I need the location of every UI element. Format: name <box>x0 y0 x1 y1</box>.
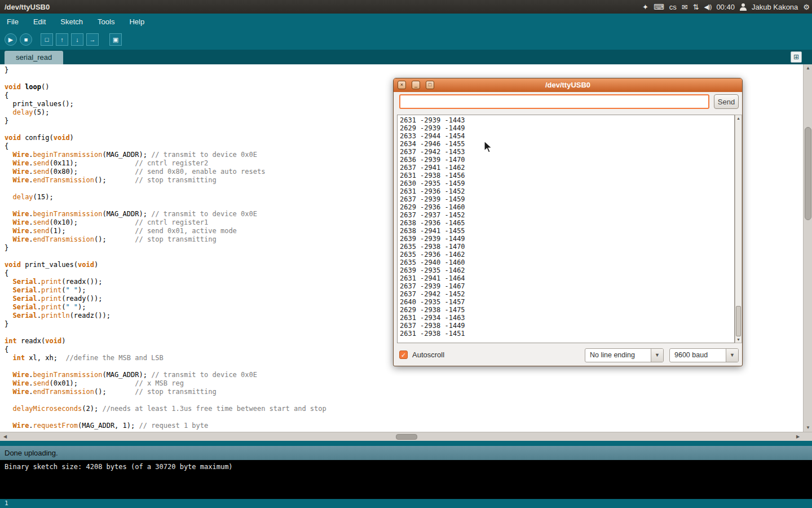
serial-line: 2637 -2941 -1462 <box>400 164 734 172</box>
new-sketch-button[interactable]: □ <box>41 33 53 46</box>
code-line: } <box>5 66 803 75</box>
serial-line: 2637 -2942 -1453 <box>400 148 734 156</box>
keyboard-icon[interactable]: ⌨ <box>654 3 664 11</box>
line-number-indicator: 1 <box>0 499 812 508</box>
desktop: /dev/ttyUSB0 ✦ ⌨ cs ✉ ⇅ ◀)) 00:40 Jakub … <box>0 0 812 508</box>
verify-button[interactable]: ▶ <box>5 33 17 46</box>
code-line: Wire.endTransmission(); // stop transmit… <box>5 388 803 396</box>
volume-icon[interactable]: ◀)) <box>704 3 712 11</box>
serial-scrollbar[interactable]: ▲ ▼ <box>735 115 742 343</box>
serial-scroll-up-icon[interactable]: ▲ <box>735 115 742 121</box>
scroll-down-arrow-icon[interactable]: ▼ <box>804 424 812 432</box>
horizontal-scroll-thumb[interactable] <box>396 434 417 440</box>
serial-scroll-thumb[interactable] <box>736 306 741 336</box>
serial-line: 2631 -2934 -1463 <box>400 314 734 322</box>
keyboard-layout-indicator[interactable]: cs <box>669 3 677 11</box>
serial-line: 2633 -2944 -1454 <box>400 132 734 140</box>
menu-sketch[interactable]: Sketch <box>60 17 83 26</box>
serial-line: 2631 -2938 -1451 <box>400 330 734 338</box>
network-icon[interactable]: ⇅ <box>693 3 699 11</box>
stop-button[interactable]: ■ <box>20 33 32 46</box>
serial-monitor-footer: ✓ Autoscroll No line ending ▼ 9600 baud … <box>394 348 743 365</box>
code-line: Wire.send(0x01); // x MSB reg <box>5 379 803 388</box>
serial-monitor-window: /dev/ttyUSB0 × _ □ Send 2631 -2939 -1443… <box>393 78 743 366</box>
gear-icon[interactable]: ⚙ <box>803 3 810 11</box>
editor-horizontal-scrollbar[interactable]: ◀ ▶ <box>0 432 812 441</box>
serial-line: 2638 -2936 -1465 <box>400 219 734 227</box>
console-output: Binary sketch size: 4208 bytes (of a 307… <box>0 460 812 499</box>
code-line <box>5 413 803 422</box>
serial-line: 2629 -2938 -1475 <box>400 306 734 314</box>
serial-line: 2631 -2936 -1452 <box>400 187 734 195</box>
serial-line: 2637 -2937 -1452 <box>400 211 734 219</box>
save-button[interactable]: ↓ <box>71 33 83 46</box>
serial-line: 2639 -2939 -1449 <box>400 235 734 243</box>
serial-line: 2640 -2935 -1457 <box>400 298 734 306</box>
window-controls: × _ □ <box>398 81 434 89</box>
serial-line: 2629 -2936 -1460 <box>400 203 734 211</box>
serial-send-input[interactable] <box>399 94 709 109</box>
vertical-scroll-thumb[interactable] <box>805 127 811 220</box>
serial-line: 2634 -2946 -1455 <box>400 140 734 148</box>
serial-line: 2631 -2939 -1443 <box>400 116 734 124</box>
serial-monitor-titlebar[interactable]: /dev/ttyUSB0 <box>394 78 742 92</box>
menu-file[interactable]: File <box>7 17 19 26</box>
tab-serial-read[interactable]: serial_read <box>5 51 63 64</box>
serial-line: 2637 -2939 -1459 <box>400 195 734 203</box>
serial-line: 2636 -2939 -1470 <box>400 156 734 164</box>
user-name[interactable]: Jakub Kakona <box>752 3 798 11</box>
code-line: Wire.beginTransmission(MAG_ADDR); // tra… <box>5 371 803 379</box>
user-icon <box>740 3 747 11</box>
system-tray: ✦ ⌨ cs ✉ ⇅ ◀)) 00:40 Jakub Kakona ⚙ <box>642 0 810 14</box>
serial-line: 2631 -2938 -1456 <box>400 172 734 179</box>
upload-button[interactable]: → <box>86 33 99 46</box>
maximize-icon[interactable]: □ <box>426 81 434 89</box>
menu-help[interactable]: Help <box>129 17 144 26</box>
serial-line: 2638 -2941 -1455 <box>400 227 734 235</box>
code-line: delayMicroseconds(2); //needs at least 1… <box>5 405 803 413</box>
serial-line: 2639 -2935 -1462 <box>400 266 734 274</box>
menu-tools[interactable]: Tools <box>98 17 114 26</box>
editor-vertical-scrollbar[interactable]: ▲ ▼ <box>803 64 812 432</box>
open-button[interactable]: ↑ <box>56 33 68 46</box>
serial-line: 2635 -2940 -1460 <box>400 259 734 266</box>
serial-scroll-down-icon[interactable]: ▼ <box>735 336 742 343</box>
minimize-icon[interactable]: _ <box>412 81 420 89</box>
system-panel: /dev/ttyUSB0 ✦ ⌨ cs ✉ ⇅ ◀)) 00:40 Jakub … <box>0 0 812 14</box>
serial-line: 2630 -2935 -1459 <box>400 179 734 187</box>
status-bar: Done uploading. <box>0 446 812 460</box>
scroll-right-arrow-icon[interactable]: ▶ <box>794 432 802 441</box>
window-gap <box>0 441 812 446</box>
close-icon[interactable]: × <box>398 81 406 89</box>
menubar: File Edit Sketch Tools Help <box>0 14 812 29</box>
serial-line: 2637 -2939 -1467 <box>400 282 734 290</box>
code-line: Wire.requestFrom(MAG_ADDR, 1); // reques… <box>5 422 803 430</box>
serial-line: 2631 -2941 -1464 <box>400 274 734 282</box>
serial-line: 2637 -2942 -1452 <box>400 290 734 298</box>
code-line <box>5 396 803 405</box>
serial-line: 2635 -2936 -1462 <box>400 251 734 259</box>
baud-rate-dropdown[interactable]: 9600 baud ▼ <box>669 348 739 362</box>
clock[interactable]: 00:40 <box>716 3 735 11</box>
scroll-left-arrow-icon[interactable]: ◀ <box>1 432 9 441</box>
serial-line: 2629 -2939 -1449 <box>400 124 734 132</box>
tab-menu-button[interactable]: ⊞ <box>791 51 802 63</box>
serial-monitor-button[interactable]: ▣ <box>109 33 122 46</box>
send-button[interactable]: Send <box>714 94 739 109</box>
serial-line: 2635 -2938 -1470 <box>400 243 734 251</box>
autoscroll-label: Autoscroll <box>412 351 444 359</box>
chevron-down-icon[interactable]: ▼ <box>651 349 663 362</box>
serial-line: 2637 -2938 -1449 <box>400 322 734 330</box>
chevron-down-icon[interactable]: ▼ <box>726 349 738 362</box>
menu-edit[interactable]: Edit <box>33 17 46 26</box>
toolbar: ▶ ■ □ ↑ ↓ → ▣ <box>0 29 812 50</box>
autoscroll-checkbox[interactable]: ✓ <box>399 351 408 359</box>
bluetooth-icon[interactable]: ✦ <box>642 3 648 11</box>
line-ending-dropdown[interactable]: No line ending ▼ <box>585 348 664 362</box>
tab-bar: serial_read ⊞ <box>0 50 812 64</box>
scroll-up-arrow-icon[interactable]: ▲ <box>804 64 812 72</box>
mail-icon[interactable]: ✉ <box>682 3 688 11</box>
window-title: /dev/ttyUSB0 <box>0 3 50 11</box>
serial-output[interactable]: 2631 -2939 -14432629 -2939 -14492633 -29… <box>397 115 735 343</box>
